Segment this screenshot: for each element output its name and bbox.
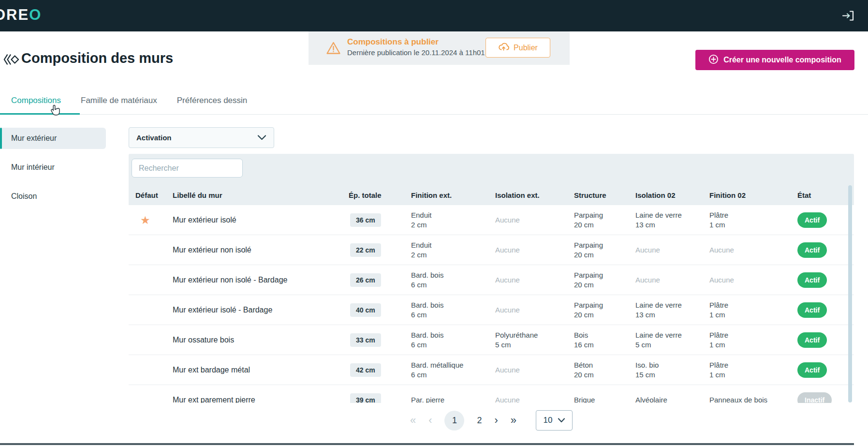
table-row[interactable]: Mur ext bardage métal42 cmBard. métalliq…: [129, 355, 854, 385]
thickness-chip: 39 cm: [350, 393, 381, 403]
layer-line: Plâtre: [709, 360, 728, 370]
isolation-ext-cell: Aucune: [489, 295, 568, 325]
tab-compositions[interactable]: Compositions: [11, 96, 61, 105]
activation-filter-label: Activation: [136, 134, 172, 142]
isolation-ext-cell: Polyuréthane5 cm: [489, 325, 568, 355]
status-badge: Actif: [797, 242, 827, 258]
column-header: État: [788, 184, 854, 205]
table-row[interactable]: Mur extérieur isolé - Bardage40 cmBard. …: [129, 295, 854, 325]
first-page-button[interactable]: «: [410, 415, 416, 426]
layer-line: Parpaing: [574, 240, 603, 250]
notification-texts: Compositions à publier Dernière publicat…: [347, 37, 485, 57]
isolation-02-cell: Laine de verre5 cm: [630, 325, 704, 355]
layer-line: Brique: [574, 395, 595, 403]
tab-pr-f-rences-dessin[interactable]: Préférences dessin: [177, 96, 248, 105]
create-composition-button[interactable]: Créer une nouvelle composition: [695, 50, 854, 70]
layer-line: 20 cm: [574, 280, 594, 290]
status-badge: Actif: [797, 302, 827, 318]
compositions-panel: DéfautLibellé du murÉp. totaleFinition e…: [129, 154, 854, 438]
layer-line: 1 cm: [709, 370, 725, 380]
sidebar-item-cloison[interactable]: Cloison: [0, 186, 106, 207]
table-row[interactable]: Mur extérieur non isolé - Bardage26 cmBa…: [129, 265, 854, 295]
layer-line: Bard. bois: [411, 300, 444, 310]
wall-name-cell: Mur extérieur non isolé - Bardage: [167, 265, 338, 295]
status-cell: Inactif: [788, 385, 854, 403]
sidebar-item-mur-int-rieur[interactable]: Mur intérieur: [0, 157, 106, 178]
isolation-02-cell: Aucune: [630, 265, 704, 295]
status-cell: Actif: [788, 295, 854, 325]
page-button-2[interactable]: 2: [477, 416, 482, 425]
wall-name: Mur extérieur isolé - Bardage: [173, 306, 272, 314]
layer-line: Par. pierre: [411, 395, 444, 403]
structure-cell: Brique: [568, 385, 630, 403]
default-cell: [129, 355, 167, 385]
layer-line: 6 cm: [411, 280, 427, 290]
column-header: Isolation 02: [630, 184, 704, 205]
finition-ext-cell: Bard. bois6 cm: [405, 295, 489, 325]
status-cell: Actif: [788, 205, 854, 235]
tab-famille-de-mat-riaux[interactable]: Famille de matériaux: [81, 96, 157, 105]
column-header: Isolation ext.: [489, 184, 568, 205]
layer-line: 13 cm: [635, 220, 655, 230]
table-row[interactable]: Mur extérieur non isolé22 cmEnduit2 cmAu…: [129, 235, 854, 265]
layer-line: Aucune: [709, 245, 734, 255]
prev-page-button[interactable]: ‹: [428, 415, 432, 426]
layer-line: 1 cm: [709, 220, 725, 230]
search-input[interactable]: [132, 159, 243, 178]
status-badge: Actif: [797, 332, 827, 348]
layer-line: Enduit: [411, 240, 432, 250]
layer-line: Polyuréthane: [495, 330, 538, 340]
layer-line: Alvéolaire: [635, 395, 667, 403]
status-cell: Actif: [788, 325, 854, 355]
next-page-button[interactable]: ›: [495, 415, 498, 426]
page-size-select[interactable]: 10: [536, 410, 573, 431]
page-bottom-edge: [0, 443, 854, 445]
default-star-icon[interactable]: ★: [140, 215, 150, 225]
wall-name: Mur ossature bois: [173, 336, 234, 344]
total-thickness-cell: 36 cm: [338, 205, 405, 235]
chevron-down-icon: [558, 416, 565, 425]
publish-button[interactable]: Publier: [485, 38, 550, 58]
isolation-ext-cell: Aucune: [489, 355, 568, 385]
walls-section-icon: [3, 52, 19, 69]
isolation-ext-cell: Aucune: [489, 265, 568, 295]
wall-name-cell: Mur extérieur isolé - Bardage: [167, 295, 338, 325]
sidebar-item-mur-ext-rieur[interactable]: Mur extérieur: [0, 128, 106, 149]
layer-line: 13 cm: [635, 310, 655, 320]
status-cell: Actif: [788, 265, 854, 295]
layer-line: Aucune: [495, 245, 520, 255]
wall-name: Mur ext parement pierre: [173, 396, 255, 403]
layer-line: Iso. bio: [635, 360, 659, 370]
notification-title: Compositions à publier: [347, 37, 485, 47]
login-icon[interactable]: [841, 10, 854, 24]
structure-cell: Béton20 cm: [568, 355, 630, 385]
notification-subtitle: Dernière publication le 20.11.2024 à 11h…: [347, 48, 485, 57]
vertical-scrollbar[interactable]: [848, 185, 852, 402]
status-badge: Inactif: [797, 392, 832, 403]
table-row[interactable]: Mur ossature bois33 cmBard. bois6 cmPoly…: [129, 325, 854, 355]
layer-line: Aucune: [495, 215, 520, 225]
layer-line: 16 cm: [574, 340, 594, 350]
total-thickness-cell: 40 cm: [338, 295, 405, 325]
thickness-chip: 42 cm: [350, 363, 381, 377]
total-thickness-cell: 42 cm: [338, 355, 405, 385]
layer-line: Plâtre: [709, 300, 728, 310]
layer-line: Laine de verre: [635, 300, 682, 310]
thickness-chip: 36 cm: [350, 213, 381, 227]
page-button-1[interactable]: 1: [444, 411, 464, 431]
layer-line: Aucune: [495, 305, 520, 315]
finition-ext-cell: Bard. bois6 cm: [405, 325, 489, 355]
status-cell: Actif: [788, 235, 854, 265]
last-page-button[interactable]: »: [511, 415, 516, 426]
table-row[interactable]: Mur ext parement pierre39 cmPar. pierreA…: [129, 385, 854, 403]
layer-line: Aucune: [635, 245, 660, 255]
publish-notification: Compositions à publier Dernière publicat…: [309, 31, 570, 65]
status-cell: Actif: [788, 355, 854, 385]
isolation-ext-cell: Aucune: [489, 385, 568, 403]
plus-circle-icon: [708, 54, 719, 66]
finition-02-cell: Panneaux de bois: [704, 385, 788, 403]
total-thickness-cell: 33 cm: [338, 325, 405, 355]
activation-filter-select[interactable]: Activation: [129, 127, 274, 148]
column-header: Défaut: [129, 184, 167, 205]
table-row[interactable]: ★Mur extérieur isolé36 cmEnduit2 cmAucun…: [129, 205, 854, 235]
